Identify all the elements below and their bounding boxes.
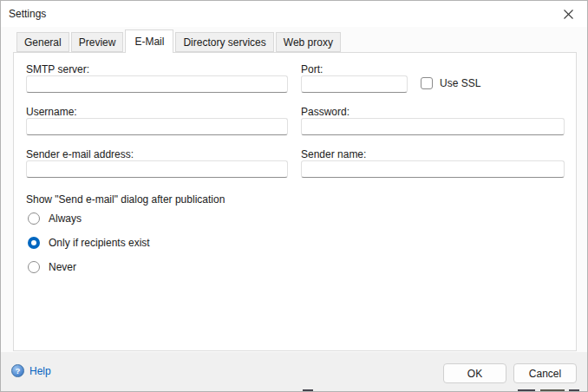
radio-never-label: Never [49, 261, 76, 273]
settings-dialog: Settings General Preview E-Mail Director… [0, 0, 588, 392]
footer-bar: ? Help OK Cancel [1, 352, 588, 391]
tab-directory-services[interactable]: Directory services [175, 32, 273, 52]
sender-name-label: Sender name: [301, 148, 366, 160]
sender-email-label: Sender e-mail address: [26, 148, 134, 160]
send-dialog-group-label: Show "Send e-mail" dialog after publicat… [26, 193, 225, 206]
radio-only-if-recipients-label: Only if recipients exist [49, 237, 150, 249]
radio-row-only-if-recipients: Only if recipients exist [28, 237, 150, 249]
radio-row-always: Always [28, 212, 82, 225]
radio-never[interactable] [28, 261, 40, 273]
tab-bar: General Preview E-Mail Directory service… [16, 29, 343, 52]
title-bar: Settings [1, 1, 587, 27]
radio-always[interactable] [28, 212, 40, 225]
email-tab-panel: SMTP server: Port: Use SSL Username: Pas… [13, 52, 577, 351]
sender-email-input[interactable] [26, 160, 288, 178]
port-input[interactable] [301, 75, 408, 93]
tab-email[interactable]: E-Mail [125, 29, 173, 53]
tab-web-proxy[interactable]: Web proxy [276, 32, 341, 52]
close-button[interactable] [554, 3, 582, 25]
radio-always-label: Always [49, 212, 82, 225]
tab-preview[interactable]: Preview [71, 32, 124, 52]
username-input[interactable] [26, 118, 288, 135]
radio-only-if-recipients[interactable] [28, 237, 40, 249]
use-ssl-row: Use SSL [421, 77, 480, 89]
window-title: Settings [9, 8, 46, 20]
cancel-button[interactable]: Cancel [513, 363, 577, 383]
close-icon [563, 9, 574, 20]
smtp-server-input[interactable] [26, 75, 288, 93]
help-link-label: Help [29, 365, 51, 377]
radio-row-never: Never [28, 261, 76, 273]
smtp-server-label: SMTP server: [26, 63, 89, 75]
tab-general[interactable]: General [16, 32, 69, 52]
password-input[interactable] [301, 118, 565, 135]
use-ssl-checkbox[interactable] [421, 77, 433, 89]
port-label: Port: [301, 63, 323, 75]
password-label: Password: [301, 106, 350, 118]
sender-name-input[interactable] [301, 160, 565, 178]
username-label: Username: [26, 106, 77, 118]
use-ssl-label: Use SSL [440, 77, 480, 89]
help-link[interactable]: ? Help [11, 364, 51, 377]
help-icon: ? [11, 364, 24, 377]
ok-button[interactable]: OK [443, 363, 506, 383]
